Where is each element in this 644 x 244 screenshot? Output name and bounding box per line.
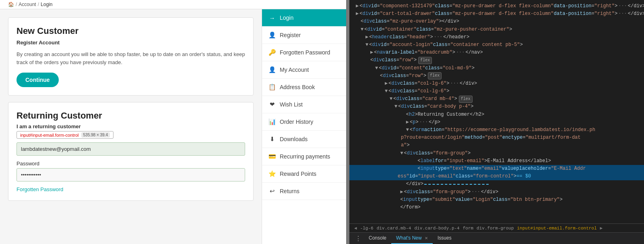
code-line: <h2> Returning Customer </h2> <box>349 111 644 119</box>
returning-customer-subtitle: I am a returning customer <box>17 123 245 129</box>
kebab-menu[interactable]: ⋮ <box>353 235 364 242</box>
bc-item[interactable]: div.form-group <box>477 226 514 231</box>
selected-code-line-cont: ess" id="input-email" class="form-contro… <box>349 173 644 180</box>
code-line: <div class="row" >flex <box>349 56 644 64</box>
code-line: <label for="input-email" >E-Mail Address… <box>349 157 644 165</box>
returns-icon: ↩ <box>268 188 276 195</box>
panel-divider[interactable] <box>346 0 349 244</box>
sidebar-nav: → Login 👤 Register 🔑 Forgotten Password … <box>262 9 346 244</box>
tab-console[interactable]: Console <box>364 233 391 244</box>
password-form-group: Password <box>17 161 245 181</box>
sidebar-item-address-label: Address Book <box>280 84 315 90</box>
recurring-payments-icon: 💳 <box>268 153 276 160</box>
address-book-icon: 📋 <box>268 83 276 91</box>
sidebar-item-forgotten-password[interactable]: 🔑 Forgotten Password <box>262 44 346 61</box>
code-line: ▼ <div class="form-group" > <box>349 150 644 157</box>
code-line: ▶ <div id="cart-total-drawer" class="mz-… <box>349 10 644 18</box>
bc-item-selected[interactable]: input#input-email.form-control <box>517 226 597 231</box>
reward-points-icon: ⭐ <box>268 170 276 177</box>
sidebar-item-recurring-label: Recurring payments <box>280 153 330 160</box>
devtools-wrapper: ▶ <div id="component-1321479" class="mz-… <box>349 0 644 223</box>
sidebar-item-my-account-label: My Account <box>280 67 309 73</box>
selected-code-line[interactable]: <input type="text" name="email" value pl… <box>349 165 644 173</box>
login-icon: → <box>268 14 276 21</box>
sidebar-item-reward-points[interactable]: ⭐ Reward Points <box>262 165 346 183</box>
sidebar-item-order-label: Order History <box>280 119 313 125</box>
code-line: ▼ <div id="account-login" class="contain… <box>349 41 644 49</box>
devtools-tabs: ⋮ Console What's New ✕ Issues <box>349 232 644 244</box>
email-form-group: input#input-email.form-control 535.98 × … <box>17 142 245 156</box>
new-customer-subtitle: Register Account <box>17 40 245 46</box>
scroll-right[interactable]: ▶ <box>599 225 605 231</box>
bc-item[interactable]: div.card-body.p-4 <box>414 226 459 231</box>
sidebar-item-login-label: Login <box>280 15 293 21</box>
order-history-icon: 📊 <box>268 118 276 125</box>
sidebar-item-returns[interactable]: ↩ Returns <box>262 183 346 200</box>
scroll-left[interactable]: ◀ <box>353 225 359 231</box>
code-line: ▶ <div id="component-1321479" class="mz-… <box>349 2 644 10</box>
code-line: p?route=account/login" method="post" enc… <box>349 134 644 142</box>
code-line: a"> <box>349 142 644 149</box>
password-input[interactable] <box>17 168 245 181</box>
email-input[interactable] <box>17 142 245 156</box>
bc-item[interactable]: div.card.mb-4 <box>377 226 411 231</box>
sidebar-item-register[interactable]: 👤 Register <box>262 27 346 44</box>
code-line: ▼ <div id="content" class="col-md-9" > <box>349 65 644 72</box>
password-label: Password <box>17 161 245 167</box>
code-line: ▶ <header class="header" > ··· </header> <box>349 33 644 41</box>
sidebar-item-wish-list[interactable]: ❤ Wish List <box>262 96 346 113</box>
size-badge: 535.98 × 39.4 <box>81 132 110 138</box>
sidebar-item-downloads[interactable]: ⬇ Downloads <box>262 131 346 148</box>
left-panel: 🏠 / Account / Login New Customer Registe… <box>0 0 346 244</box>
sidebar-item-register-label: Register <box>280 32 301 38</box>
sidebar-item-downloads-label: Downloads <box>280 136 308 142</box>
bc-item[interactable]: -lg-6 <box>360 226 374 231</box>
code-line: ▼ <div id="container" class="mz-pure-pus… <box>349 26 644 33</box>
home-icon: 🏠 <box>8 2 14 7</box>
code-line: ▶ <div class="form-group" > ··· </div> <box>349 188 644 196</box>
breadcrumb-account[interactable]: Account <box>19 2 36 7</box>
sidebar-item-forgotten-label: Forgotten Password <box>280 49 330 56</box>
code-line: ▼ <div class="col-lg-6" > <box>349 88 644 95</box>
breadcrumb-path: ◀ -lg-6 div.card.mb-4 div.card-body.p-4 … <box>353 225 641 231</box>
form-area: New Customer Register Account By creatin… <box>0 9 262 244</box>
my-account-icon: 👤 <box>268 66 276 73</box>
sidebar-item-wish-label: Wish List <box>280 101 303 108</box>
returning-customer-card: Returning Customer I am a returning cust… <box>8 102 254 201</box>
breadcrumb: 🏠 / Account / Login <box>0 0 346 9</box>
code-line: ▶ <p> ··· </p> <box>349 119 644 126</box>
code-line: ▶ <nav aria-label="breadcrumb" > ··· </n… <box>349 49 644 56</box>
forgot-password-link[interactable]: Forgotten Password <box>17 186 63 192</box>
bc-item[interactable]: form <box>463 226 473 231</box>
code-line: <input type="submit" value="Login" class… <box>349 196 644 204</box>
forgotten-password-icon: 🔑 <box>268 49 276 56</box>
sidebar-item-reward-label: Reward Points <box>280 171 316 177</box>
tab-issues[interactable]: Issues <box>433 233 456 244</box>
sidebar-item-recurring-payments[interactable]: 💳 Recurring payments <box>262 148 346 165</box>
sidebar-item-returns-label: Returns <box>280 188 299 194</box>
input-tooltip: input#input-email.form-control 535.98 × … <box>17 131 114 139</box>
downloads-icon: ⬇ <box>268 136 276 143</box>
new-customer-card: New Customer Register Account By creatin… <box>8 17 254 96</box>
code-line: </div> <box>349 180 644 188</box>
devtools-content: ▶ <div id="component-1321479" class="mz-… <box>349 0 644 223</box>
code-line: ▼ <form action="https://ecommerce-playgr… <box>349 126 644 134</box>
devtools-panel: ▶ <div id="component-1321479" class="mz-… <box>349 0 644 244</box>
code-line: <div class="mz-pure-overlay" ></div> <box>349 18 644 25</box>
tab-whats-new[interactable]: What's New ✕ <box>391 233 433 244</box>
sidebar-item-order-history[interactable]: 📊 Order History <box>262 113 346 131</box>
new-customer-title: New Customer <box>17 26 245 36</box>
code-line: ▼ <div class="card mb-4" >flex <box>349 95 644 103</box>
breadcrumb-current: Login <box>41 2 52 7</box>
register-icon: 👤 <box>268 31 276 39</box>
code-line: </form> <box>349 204 644 211</box>
wish-list-icon: ❤ <box>268 101 276 108</box>
continue-button[interactable]: Continue <box>17 73 59 87</box>
sidebar-item-address-book[interactable]: 📋 Address Book <box>262 79 346 96</box>
sidebar-item-login[interactable]: → Login <box>262 9 346 27</box>
returning-customer-title: Returning Customer <box>17 111 245 121</box>
sidebar-item-my-account[interactable]: 👤 My Account <box>262 61 346 79</box>
new-customer-description: By creating an account you will be able … <box>17 50 245 66</box>
tab-close-button[interactable]: ✕ <box>425 236 428 240</box>
code-line: ▶ <div class="col-lg-6" > ··· </div> <box>349 80 644 88</box>
